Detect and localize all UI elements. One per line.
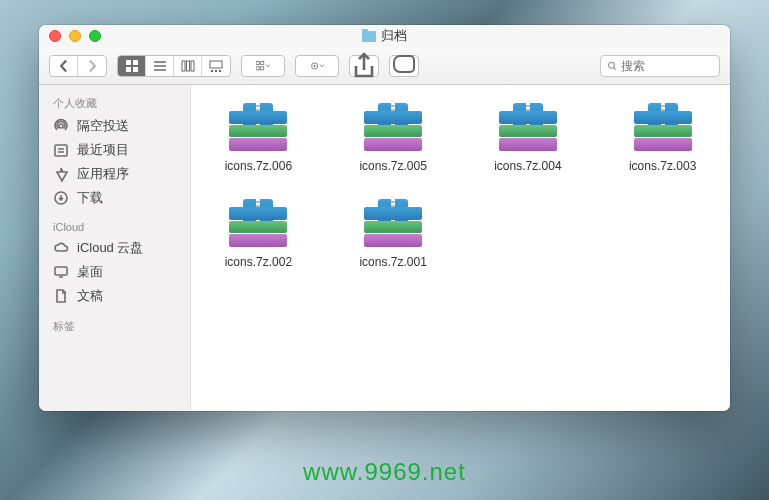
- forward-button[interactable]: [78, 56, 106, 76]
- file-item[interactable]: icons.7z.005: [340, 103, 447, 173]
- sidebar-section-icloud: iCloud: [39, 218, 190, 236]
- file-item[interactable]: icons.7z.002: [205, 199, 312, 269]
- sidebar-section-favorites: 个人收藏: [39, 93, 190, 114]
- gear-icon: [310, 59, 324, 73]
- maximize-button[interactable]: [89, 30, 101, 42]
- sidebar-section-tags: 标签: [39, 316, 190, 337]
- finder-window: 归档: [39, 25, 730, 411]
- svg-point-16: [314, 64, 316, 66]
- arrange-button[interactable]: [242, 56, 284, 76]
- file-label: icons.7z.001: [359, 255, 426, 269]
- list-view-button[interactable]: [146, 56, 174, 76]
- list-icon: [153, 59, 167, 73]
- action-button[interactable]: [296, 56, 338, 76]
- sidebar-item-label: 应用程序: [77, 165, 129, 183]
- nav-buttons: [49, 55, 107, 77]
- apps-icon: [53, 166, 69, 182]
- sidebar-item-applications[interactable]: 应用程序: [39, 162, 190, 186]
- sidebar-item-recents[interactable]: 最近项目: [39, 138, 190, 162]
- file-label: icons.7z.005: [359, 159, 426, 173]
- watermark: www.9969.net: [0, 458, 769, 486]
- file-item[interactable]: icons.7z.006: [205, 103, 312, 173]
- download-icon: [53, 190, 69, 206]
- svg-point-18: [59, 124, 63, 128]
- window-body: 个人收藏 隔空投送 最近项目 应用程序 下载 iCloud iCloud 云盘: [39, 85, 730, 411]
- icon-view-button[interactable]: [118, 56, 146, 76]
- archive-icon: [499, 103, 557, 151]
- sidebar-item-label: 文稿: [77, 287, 103, 305]
- file-item[interactable]: icons.7z.003: [609, 103, 716, 173]
- gallery-icon: [209, 59, 223, 73]
- chevron-right-icon: [85, 59, 99, 73]
- archive-icon: [634, 103, 692, 151]
- desktop-icon: [53, 264, 69, 280]
- close-button[interactable]: [49, 30, 61, 42]
- minimize-button[interactable]: [69, 30, 81, 42]
- toolbar: [39, 47, 730, 85]
- archive-icon: [364, 103, 422, 151]
- svg-rect-12: [261, 61, 264, 64]
- search-icon: [607, 60, 617, 72]
- svg-rect-0: [126, 60, 131, 65]
- share-button[interactable]: [349, 55, 379, 77]
- svg-rect-10: [219, 70, 221, 72]
- svg-rect-9: [215, 70, 217, 72]
- sidebar-item-label: 隔空投送: [77, 117, 129, 135]
- sidebar-item-label: 最近项目: [77, 141, 129, 159]
- file-label: icons.7z.003: [629, 159, 696, 173]
- sidebar-item-documents[interactable]: 文稿: [39, 284, 190, 308]
- gallery-view-button[interactable]: [202, 56, 230, 76]
- back-button[interactable]: [50, 56, 78, 76]
- svg-point-17: [608, 62, 614, 68]
- view-buttons: [117, 55, 231, 77]
- chevron-left-icon: [57, 59, 71, 73]
- window-controls: [49, 30, 101, 42]
- content-area: icons.7z.006icons.7z.005icons.7z.004icon…: [191, 85, 730, 411]
- tag-icon: [390, 52, 418, 80]
- svg-rect-8: [211, 70, 213, 72]
- cloud-icon: [53, 240, 69, 256]
- folder-icon: [362, 31, 376, 42]
- search-input[interactable]: [621, 59, 713, 73]
- airdrop-icon: [53, 118, 69, 134]
- clock-icon: [53, 142, 69, 158]
- sidebar-item-airdrop[interactable]: 隔空投送: [39, 114, 190, 138]
- title-text: 归档: [381, 27, 407, 45]
- svg-rect-6: [191, 61, 194, 71]
- arrange-icon: [256, 59, 270, 73]
- file-item[interactable]: icons.7z.004: [475, 103, 582, 173]
- sidebar-item-label: iCloud 云盘: [77, 239, 143, 257]
- svg-rect-11: [256, 61, 259, 64]
- file-label: icons.7z.004: [494, 159, 561, 173]
- svg-rect-3: [133, 67, 138, 72]
- svg-rect-4: [182, 61, 185, 71]
- action-button-group: [295, 55, 339, 77]
- tags-button[interactable]: [389, 55, 419, 77]
- grid-icon: [125, 59, 139, 73]
- sidebar-item-icloud-drive[interactable]: iCloud 云盘: [39, 236, 190, 260]
- arrange-button-group: [241, 55, 285, 77]
- columns-icon: [181, 59, 195, 73]
- file-item[interactable]: icons.7z.001: [340, 199, 447, 269]
- svg-rect-14: [261, 66, 264, 69]
- archive-icon: [364, 199, 422, 247]
- svg-rect-21: [55, 267, 67, 275]
- titlebar: 归档: [39, 25, 730, 47]
- svg-rect-19: [55, 145, 67, 156]
- sidebar-item-desktop[interactable]: 桌面: [39, 260, 190, 284]
- svg-rect-5: [186, 61, 189, 71]
- file-grid: icons.7z.006icons.7z.005icons.7z.004icon…: [205, 103, 716, 269]
- svg-rect-13: [256, 66, 259, 69]
- search-field[interactable]: [600, 55, 720, 77]
- archive-icon: [229, 199, 287, 247]
- file-label: icons.7z.006: [225, 159, 292, 173]
- document-icon: [53, 288, 69, 304]
- svg-rect-7: [210, 61, 222, 68]
- svg-rect-1: [133, 60, 138, 65]
- svg-rect-2: [126, 67, 131, 72]
- column-view-button[interactable]: [174, 56, 202, 76]
- sidebar-item-label: 桌面: [77, 263, 103, 281]
- sidebar-item-downloads[interactable]: 下载: [39, 186, 190, 210]
- share-icon: [350, 52, 378, 80]
- sidebar: 个人收藏 隔空投送 最近项目 应用程序 下载 iCloud iCloud 云盘: [39, 85, 191, 411]
